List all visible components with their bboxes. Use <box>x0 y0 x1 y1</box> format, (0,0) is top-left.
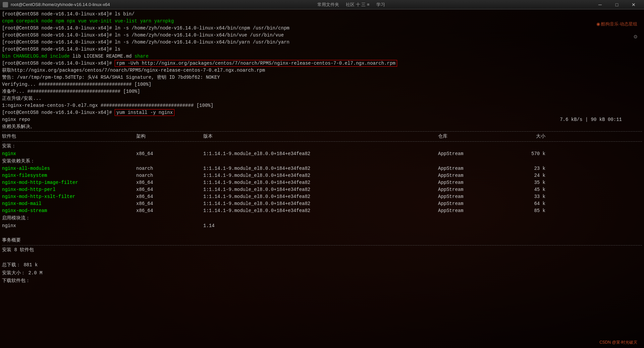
terminal-line-8: [root@CentOS8 node-v16.14.0-linux-x64]# … <box>2 60 642 67</box>
dep-ver-6: 1:1.14.1-9.module_el8.0.0+184+e34fea82 <box>203 207 438 214</box>
dep-repo-3: AppStream <box>438 186 505 193</box>
terminal-line-1: [root@CentOS8 node-v16.14.0-linux-x64]# … <box>2 11 642 18</box>
main-pkg-name: nginx <box>2 150 136 157</box>
window-title: root@CentOS8:/home/zyh/node-v16.14.0-lin… <box>11 2 110 7</box>
title-bar: root@CentOS8:/home/zyh/node-v16.14.0-lin… <box>0 0 644 9</box>
dep-ver-1: 1:1.14.1-9.module_el8.0.0+184+e34fea82 <box>203 172 438 179</box>
minimize-button[interactable]: ─ <box>592 0 608 9</box>
dep-row-0: nginx-all-modules noarch 1:1.14.1-9.modu… <box>2 165 642 172</box>
modules-section-label: 启用模块流： <box>2 214 642 222</box>
dep-name-5: nginx-mod-mail <box>2 200 136 207</box>
dep-size-4: 33 k <box>505 193 545 200</box>
dep-arch-6: x86_64 <box>136 207 203 214</box>
terminal-line-17: 依赖关系解决。 <box>2 123 642 130</box>
terminal-line-12: 准备中... #################################… <box>2 88 642 95</box>
dep-arch-5: x86_64 <box>136 200 203 207</box>
transaction-section: 事务概要 <box>2 236 642 245</box>
output-upgrading: 正在升级/安装... <box>2 96 42 101</box>
menu-item-1[interactable]: 常用文件夹 <box>317 2 339 8</box>
download-packages-text: 下载软件包： <box>2 278 30 283</box>
dep-name-1: nginx-filesystem <box>2 172 136 179</box>
output-ls-bin: bin CHANGELOG.md <box>2 54 50 59</box>
dep-arch-4: x86_64 <box>136 193 203 200</box>
dep-name-4: nginx-mod-http-xslt-filter <box>2 193 136 200</box>
terminal-window: root@CentOS8:/home/zyh/node-v16.14.0-lin… <box>0 0 644 348</box>
dep-arch-2: x86_64 <box>136 179 203 186</box>
prompt-4: [root@CentOS8 node-v16.14.0-linux-x64]# … <box>2 40 289 45</box>
col-header-repo: 仓库 <box>438 133 505 141</box>
output-fetch: 获取http://nginx.org/packages/centos/7/noa… <box>2 68 265 73</box>
dep-name-3: nginx-mod-http-perl <box>2 186 136 193</box>
dep-row-2: nginx-mod-http-image-filter x86_64 1:1.1… <box>2 179 642 186</box>
dep-row-4: nginx-mod-http-xslt-filter x86_64 1:1.14… <box>2 193 642 200</box>
install-size-text: 安装大小： 2.0 M <box>2 270 42 276</box>
dep-row-6: nginx-mod-stream x86_64 1:1.14.1-9.modul… <box>2 207 642 214</box>
deps-rows: nginx-all-modules noarch 1:1.14.1-9.modu… <box>2 165 642 214</box>
dep-ver-5: 1:1.14.1-9.module_el8.0.0+184+e34fea82 <box>203 200 438 207</box>
deps-section-label: 安装依赖关系： <box>2 157 642 165</box>
dep-arch-1: noarch <box>136 172 203 179</box>
install-label: 安装： <box>2 143 16 149</box>
dep-size-5: 64 k <box>505 200 545 207</box>
dep-ver-4: 1:1.14.1-9.module_el8.0.0+184+e34fea82 <box>203 193 438 200</box>
prompt-2: [root@CentOS8 node-v16.14.0-linux-x64]# … <box>2 25 289 31</box>
dep-name-6: nginx-mod-stream <box>2 207 136 214</box>
dep-ver-3: 1:1.14.1-9.module_el8.0.0+184+e34fea82 <box>203 186 438 193</box>
blank-line <box>2 229 642 236</box>
dep-repo-6: AppStream <box>438 207 505 214</box>
terminal-line-9: 获取http://nginx.org/packages/centos/7/noa… <box>2 67 642 74</box>
terminal-line-13: 正在升级/安装... <box>2 95 642 102</box>
main-pkg-ver: 1:1.14.1-9.module_el8.0.0+184+e34fea82 <box>203 150 438 157</box>
output-include: include <box>50 54 70 59</box>
main-pkg-size: 570 k <box>505 150 545 157</box>
prompt-1: [root@CentOS8 node-v16.14.0-linux-x64]# … <box>2 11 135 17</box>
col-header-ver: 版本 <box>203 133 438 141</box>
dep-repo-0: AppStream <box>438 165 505 172</box>
gear-icon[interactable]: ⚙ <box>634 33 637 40</box>
deps-label: 安装依赖关系： <box>2 158 35 164</box>
col-header-size: 大小 <box>505 133 545 141</box>
terminal-line-14: 1:nginx-release-centos-7-0.el7.ngx #####… <box>2 102 642 109</box>
divider-3 <box>2 245 642 246</box>
title-bar-menu: 常用文件夹 社区 十 三 ≡ 学习 <box>317 2 385 8</box>
dep-name-0: nginx-all-modules <box>2 165 136 172</box>
maximize-button[interactable]: □ <box>609 0 625 9</box>
total-download-text: 总下载： 881 k <box>2 262 38 268</box>
install-size-line: 安装大小： 2.0 M <box>2 269 642 277</box>
close-button[interactable]: ✕ <box>626 0 641 9</box>
yum-command-box: yum install -y nginx <box>115 109 174 116</box>
dep-name-2: nginx-mod-http-image-filter <box>2 179 136 186</box>
prompt-3: [root@CentOS8 node-v16.14.0-linux-x64]# … <box>2 32 284 38</box>
terminal-line-16: nginx repo 7.6 kB/s | 90 kB 00:11 <box>2 116 642 123</box>
menu-item-2[interactable]: 社区 十 三 ≡ <box>346 2 369 8</box>
terminal-content: ◉ 酷狗音乐·动态星组 ⚙ [root@CentOS8 node-v16.14.… <box>0 9 644 348</box>
dep-ver-0: 1:1.14.1-9.module_el8.0.0+184+e34fea82 <box>203 165 438 172</box>
dep-size-3: 45 k <box>505 186 545 193</box>
module-arch <box>136 222 203 229</box>
output-share: share <box>135 54 149 59</box>
dep-size-6: 85 k <box>505 207 545 214</box>
terminal-line-5: [root@CentOS8 node-v16.14.0-linux-x64]# … <box>2 39 642 46</box>
rpm-command-box: rpm -Uvh http://nginx.org/packages/cento… <box>115 60 397 67</box>
divider-2 <box>2 141 642 142</box>
terminal-line-10: 警告: /var/tmp/rpm-tmp.5dTETp: 头V4 RSA/SHA… <box>2 74 642 81</box>
output-nginx-release: 1:nginx-release-centos-7-0.el7.ngx #####… <box>2 103 213 108</box>
terminal-line-6: [root@CentOS8 node-v16.14.0-linux-x64]# … <box>2 46 642 53</box>
dep-size-1: 24 k <box>505 172 545 179</box>
output-1: cnpm corepack node npm npx vue vue-init … <box>2 18 174 24</box>
watermark-top-right: ◉ 酷狗音乐·动态星组 <box>596 21 637 27</box>
terminal-line-15: [root@CentOS8 node-v16.14.0-linux-x64]# … <box>2 109 642 116</box>
module-ver: 1.14 <box>203 222 438 229</box>
dep-repo-1: AppStream <box>438 172 505 179</box>
output-deps-resolved: 依赖关系解决。 <box>2 124 35 129</box>
module-row: nginx 1.14 <box>2 222 642 229</box>
terminal-line-7: bin CHANGELOG.md include lib LICENSE REA… <box>2 53 642 60</box>
output-verifying: Verifying... ###########################… <box>2 82 151 87</box>
install-section-label: 安装： <box>2 142 642 150</box>
dep-repo-5: AppStream <box>438 200 505 207</box>
menu-item-3[interactable]: 学习 <box>376 2 385 8</box>
dep-row-5: nginx-mod-mail x86_64 1:1.14.1-9.module_… <box>2 200 642 207</box>
dep-repo-2: AppStream <box>438 179 505 186</box>
dep-size-2: 35 k <box>505 179 545 186</box>
dep-repo-4: AppStream <box>438 193 505 200</box>
